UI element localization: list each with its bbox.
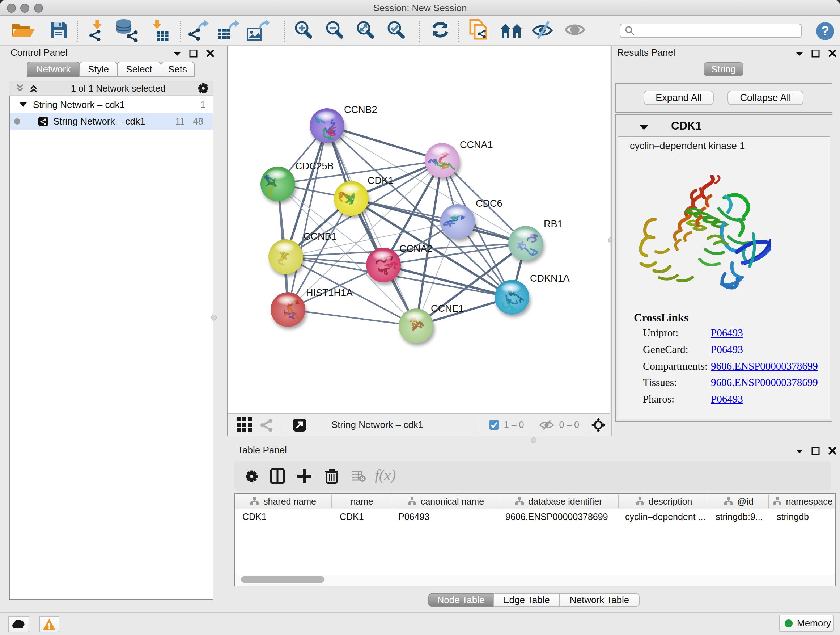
svg-text:RB1: RB1 bbox=[544, 219, 563, 230]
svg-text:CCNA1: CCNA1 bbox=[460, 139, 493, 150]
svg-text:CDKN1A: CDKN1A bbox=[530, 273, 570, 284]
svg-text:?: ? bbox=[821, 24, 829, 38]
svg-text:CCNE1: CCNE1 bbox=[431, 303, 464, 314]
svg-text:CDK1: CDK1 bbox=[368, 175, 393, 186]
svg-text:CDC25B: CDC25B bbox=[295, 161, 334, 172]
svg-text:CCNA2: CCNA2 bbox=[399, 243, 433, 254]
svg-text:HIST1H1A: HIST1H1A bbox=[306, 287, 353, 298]
svg-text:CDC6: CDC6 bbox=[476, 198, 502, 209]
svg-text:CCNB2: CCNB2 bbox=[344, 104, 377, 115]
svg-text:CCNB1: CCNB1 bbox=[303, 231, 337, 242]
